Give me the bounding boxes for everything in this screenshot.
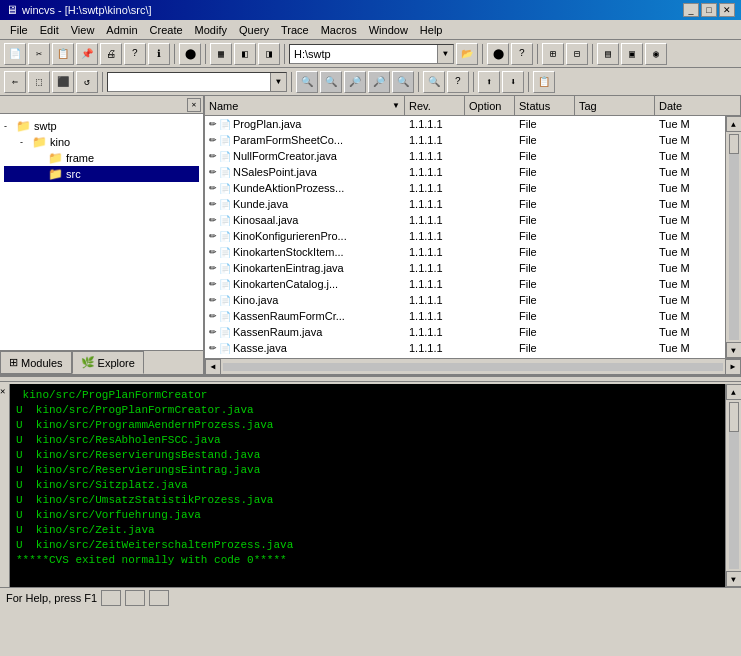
menu-query[interactable]: Query: [233, 22, 275, 38]
tb-icon8[interactable]: ▤: [597, 43, 619, 65]
panel-close-button[interactable]: ✕: [187, 98, 201, 112]
help2-button[interactable]: ℹ: [148, 43, 170, 65]
table-row[interactable]: ✏ 📄 KinoKonfigurierenPro... 1.1.1.1 File…: [205, 228, 725, 244]
table-row[interactable]: ✏ 📄 ProgPlan.java 1.1.1.1 File Tue M: [205, 116, 725, 132]
filter-input-wrapper[interactable]: ▼: [107, 72, 287, 92]
console-line: *****CVS exited normally with code 0****…: [16, 553, 719, 568]
file-status: File: [515, 246, 575, 258]
col-header-tag[interactable]: Tag: [575, 96, 655, 115]
tb2-search3[interactable]: 🔎: [344, 71, 366, 93]
tb2-search5[interactable]: 🔍: [392, 71, 414, 93]
table-row[interactable]: ✏ 📄 ParamFormSheetCo... 1.1.1.1 File Tue…: [205, 132, 725, 148]
menu-view[interactable]: View: [65, 22, 101, 38]
menu-edit[interactable]: Edit: [34, 22, 65, 38]
file-rev: 1.1.1.1: [405, 326, 465, 338]
tree-item-src[interactable]: 📁 src: [4, 166, 199, 182]
table-row[interactable]: ✏ 📄 Kasse.java 1.1.1.1 File Tue M: [205, 340, 725, 356]
tree-item-frame[interactable]: 📁 frame: [4, 150, 199, 166]
menu-trace[interactable]: Trace: [275, 22, 315, 38]
table-row[interactable]: ✏ 📄 Kino.java 1.1.1.1 File Tue M: [205, 292, 725, 308]
tb2-search1[interactable]: 🔍: [296, 71, 318, 93]
tab-modules[interactable]: ⊞ Modules: [0, 351, 72, 374]
tab-explore[interactable]: 🌿 Explore: [72, 351, 144, 374]
table-row[interactable]: ✏ 📄 Kinosaal.java 1.1.1.1 File Tue M: [205, 212, 725, 228]
tb-icon4[interactable]: ⬤: [487, 43, 509, 65]
table-row[interactable]: ✏ 📄 KinokartenStockItem... 1.1.1.1 File …: [205, 244, 725, 260]
menu-window[interactable]: Window: [363, 22, 414, 38]
stop-button[interactable]: ⬤: [179, 43, 201, 65]
tb2-search4[interactable]: 🔎: [368, 71, 390, 93]
menu-create[interactable]: Create: [144, 22, 189, 38]
tb2-icon5[interactable]: 🔍: [423, 71, 445, 93]
table-row[interactable]: ✏ 📄 Kunde.java 1.1.1.1 File Tue M: [205, 196, 725, 212]
table-row[interactable]: ✏ 📄 KassenRaum.java 1.1.1.1 File Tue M: [205, 324, 725, 340]
table-row[interactable]: ✏ 📄 NullFormCreator.java 1.1.1.1 File Tu…: [205, 148, 725, 164]
tree-item-swtp[interactable]: - 📁 swtp: [4, 118, 199, 134]
new-button[interactable]: 📄: [4, 43, 26, 65]
file-pencil-icon: ✏: [209, 135, 217, 145]
table-row[interactable]: ✏ 📄 KundeAktionProzess... 1.1.1.1 File T…: [205, 180, 725, 196]
tb-icon5[interactable]: ?: [511, 43, 533, 65]
tb-icon6[interactable]: ⊞: [542, 43, 564, 65]
tb-icon10[interactable]: ◉: [645, 43, 667, 65]
menu-bar: File Edit View Admin Create Modify Query…: [0, 20, 741, 40]
filter-dropdown-arrow[interactable]: ▼: [270, 73, 286, 91]
tb-icon9[interactable]: ▣: [621, 43, 643, 65]
file-status: File: [515, 182, 575, 194]
tb2-icon7[interactable]: ⬆: [478, 71, 500, 93]
browse-button[interactable]: 📂: [456, 43, 478, 65]
col-header-status[interactable]: Status: [515, 96, 575, 115]
tree-item-kino[interactable]: - 📁 kino: [4, 134, 199, 150]
tb2-icon8[interactable]: ⬇: [502, 71, 524, 93]
table-row[interactable]: ✏ 📄 NSalesPoint.java 1.1.1.1 File Tue M: [205, 164, 725, 180]
paste-icon: 📌: [81, 48, 93, 60]
file-list-vscroll[interactable]: ▲ ▼: [725, 116, 741, 358]
console-scroll-up[interactable]: ▲: [726, 384, 742, 400]
tb2-icon4[interactable]: ↺: [76, 71, 98, 93]
hscroll-left-button[interactable]: ◀: [205, 359, 221, 375]
table-row[interactable]: ✏ 📄 KassenRaumFormCr... 1.1.1.1 File Tue…: [205, 308, 725, 324]
file-list[interactable]: ✏ 📄 ProgPlan.java 1.1.1.1 File Tue M ✏ 📄…: [205, 116, 725, 358]
tb2-icon1[interactable]: ⇐: [4, 71, 26, 93]
col-header-name[interactable]: Name ▼: [205, 96, 405, 115]
tb2-icon2[interactable]: ⬚: [28, 71, 50, 93]
vscroll-up-button[interactable]: ▲: [726, 116, 742, 132]
table-row[interactable]: ✏ 📄 KinokartenEintrag.java 1.1.1.1 File …: [205, 260, 725, 276]
path-dropdown-arrow[interactable]: ▼: [437, 45, 453, 63]
menu-modify[interactable]: Modify: [189, 22, 233, 38]
tb-icon3[interactable]: ◨: [258, 43, 280, 65]
copy-button[interactable]: 📋: [52, 43, 74, 65]
menu-macros[interactable]: Macros: [315, 22, 363, 38]
col-header-option[interactable]: Option: [465, 96, 515, 115]
hscroll-right-button[interactable]: ▶: [725, 359, 741, 375]
close-button[interactable]: ✕: [719, 3, 735, 17]
filter-input[interactable]: [108, 76, 270, 88]
console-scroll-down[interactable]: ▼: [726, 571, 742, 587]
tb-icon2[interactable]: ◧: [234, 43, 256, 65]
tb-icon1[interactable]: ▦: [210, 43, 232, 65]
col-header-rev[interactable]: Rev.: [405, 96, 465, 115]
vscroll-down-button[interactable]: ▼: [726, 342, 742, 358]
col-header-date[interactable]: Date: [655, 96, 741, 115]
table-row[interactable]: ✏ 📄 KinokartenCatalog.j... 1.1.1.1 File …: [205, 276, 725, 292]
menu-admin[interactable]: Admin: [100, 22, 143, 38]
minimize-button[interactable]: _: [683, 3, 699, 17]
status-icon-1: [101, 590, 121, 606]
title-bar: 🖥 wincvs - [H:\swtp\kino\src\] _ □ ✕: [0, 0, 741, 20]
console-content[interactable]: kino/src/ProgPlanFormCreatorU kino/src/P…: [10, 384, 725, 587]
tb2-icon9[interactable]: 📋: [533, 71, 555, 93]
paste-button[interactable]: 📌: [76, 43, 98, 65]
menu-file[interactable]: File: [4, 22, 34, 38]
help-button[interactable]: ?: [124, 43, 146, 65]
tb2-icon6[interactable]: ?: [447, 71, 469, 93]
file-pencil-icon: ✏: [209, 199, 217, 209]
tb-icon7[interactable]: ⊟: [566, 43, 588, 65]
tb2-icon3[interactable]: ⬛: [52, 71, 74, 93]
vscroll-track: [729, 134, 739, 340]
menu-help[interactable]: Help: [414, 22, 449, 38]
maximize-button[interactable]: □: [701, 3, 717, 17]
cut-button[interactable]: ✂: [28, 43, 50, 65]
print-button[interactable]: 🖨: [100, 43, 122, 65]
tb2-search2[interactable]: 🔍: [320, 71, 342, 93]
file-name-cell: ✏ 📄 KinokartenEintrag.java: [205, 262, 405, 274]
